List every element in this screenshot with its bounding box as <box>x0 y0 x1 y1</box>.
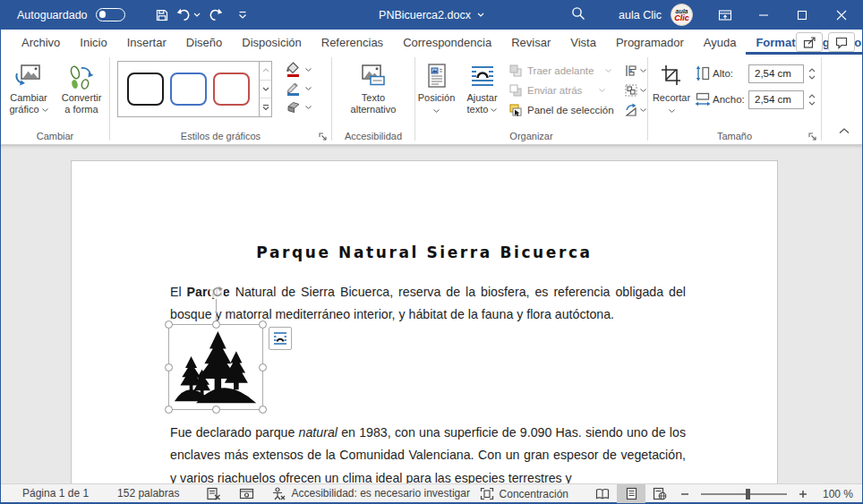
width-spinner[interactable] <box>808 94 816 106</box>
selection-handle-top-left[interactable] <box>165 320 173 329</box>
maximize-button[interactable] <box>782 0 821 30</box>
position-icon <box>425 63 449 90</box>
undo-icon <box>176 8 192 22</box>
width-input[interactable]: 2,54 cm <box>748 90 804 109</box>
comment-icon <box>834 36 849 49</box>
gallery-more-button[interactable] <box>260 98 271 116</box>
read-mode-button[interactable] <box>588 484 617 503</box>
tab-insertar[interactable]: Insertar <box>117 30 176 55</box>
chevron-up-icon <box>839 128 850 134</box>
share-button[interactable] <box>796 32 823 52</box>
chevron-down-icon <box>605 69 611 73</box>
zoom-out-button[interactable] <box>674 484 696 503</box>
selection-pane-button[interactable]: Panel de selección <box>507 100 622 119</box>
tab-ayuda[interactable]: Ayuda <box>694 30 747 55</box>
tab-revisar[interactable]: Revisar <box>501 30 560 55</box>
close-button[interactable] <box>821 0 862 30</box>
selection-handle-top-right[interactable] <box>259 320 267 329</box>
align-objects-button[interactable] <box>624 61 646 80</box>
title-bar: Autoguardado PNBicuerca2.do <box>1 0 862 30</box>
zoom-slider-track[interactable] <box>701 493 787 495</box>
selection-handle-bottom-middle[interactable] <box>212 406 220 414</box>
page-number-indicator[interactable]: Página 1 de 1 <box>22 487 89 500</box>
tab-referencias[interactable]: Referencias <box>312 30 393 55</box>
height-input[interactable]: 2,54 cm <box>748 64 804 83</box>
selection-handle-bottom-right[interactable] <box>259 406 267 414</box>
group-label-organizar: Organizar <box>415 131 647 141</box>
status-bar: Página 1 de 1 152 palabras Accesibilidad… <box>1 483 862 504</box>
account-name[interactable]: aula Clic <box>619 9 662 21</box>
gallery-scroll-up-button[interactable] <box>260 62 271 81</box>
paragraph-1[interactable]: El Parque Natural de Sierra Bicuerca, re… <box>170 281 686 327</box>
paragraph-2[interactable]: Fue declarado parque natural en 1983, co… <box>170 422 686 483</box>
tab-correspondencia[interactable]: Correspondencia <box>393 30 501 55</box>
group-objects-button[interactable] <box>624 81 646 99</box>
undo-button[interactable] <box>175 4 202 27</box>
style-thumbnail-red[interactable] <box>213 73 250 106</box>
search-button[interactable] <box>570 5 592 25</box>
rotate-objects-button[interactable] <box>624 100 646 119</box>
accessibility-checker-button[interactable]: Accesibilidad: es necesario investigar <box>270 486 469 500</box>
document-page[interactable]: Parque Natural Sierra Bicuerca El Parque… <box>71 160 778 483</box>
comments-button[interactable] <box>828 32 855 52</box>
document-canvas[interactable]: Parque Natural Sierra Bicuerca El Parque… <box>1 145 862 483</box>
style-thumbnail-blue[interactable] <box>170 73 207 106</box>
tab-disposicion[interactable]: Disposición <box>232 30 311 55</box>
selection-handle-middle-left[interactable] <box>165 363 173 372</box>
close-icon <box>836 10 847 21</box>
word-count-indicator[interactable]: 152 palabras <box>117 487 179 500</box>
macro-recording-button[interactable] <box>239 487 254 500</box>
zoom-in-button[interactable] <box>792 484 814 503</box>
shape-effects-button[interactable] <box>283 98 313 115</box>
trees-clipart-image <box>174 331 259 405</box>
zoom-slider-handle[interactable] <box>746 489 750 500</box>
group-label-tamano: Tamaño <box>648 131 821 141</box>
selection-handle-bottom-left[interactable] <box>165 406 173 414</box>
autosave-label: Autoguardado <box>17 9 88 21</box>
search-icon <box>570 5 586 21</box>
minus-icon <box>680 490 689 499</box>
minimize-button[interactable] <box>744 0 782 30</box>
zoom-slider[interactable] <box>701 484 787 503</box>
spinner-up-icon <box>808 68 816 73</box>
height-spinner[interactable] <box>808 68 816 80</box>
rotation-handle[interactable] <box>209 285 224 299</box>
group-label-estilos: Estilos de gráficos <box>110 131 331 141</box>
undo-dropdown-chevron-icon <box>193 13 201 17</box>
chevron-down-icon <box>305 87 312 90</box>
style-thumbnail-black[interactable] <box>127 73 164 106</box>
document-title-menu[interactable]: PNBicuerca2.docx <box>379 9 484 21</box>
web-layout-button[interactable] <box>645 484 674 503</box>
selected-image[interactable] <box>168 324 263 410</box>
zoom-percentage[interactable]: 100 % <box>814 488 853 500</box>
shape-outline-button[interactable] <box>283 80 313 97</box>
tab-archivo[interactable]: Archivo <box>12 30 70 55</box>
proofing-errors-button[interactable] <box>206 487 221 500</box>
read-mode-icon <box>595 488 610 500</box>
focus-mode-button[interactable]: Concentración <box>480 487 568 500</box>
collapse-ribbon-button[interactable] <box>839 122 850 138</box>
selection-handle-middle-right[interactable] <box>259 363 267 372</box>
account-avatar[interactable]: aula Clic <box>671 4 693 26</box>
tab-diseno[interactable]: Diseño <box>176 30 232 55</box>
plus-icon <box>799 490 807 499</box>
gallery-scroll-down-button[interactable] <box>260 81 271 99</box>
document-heading[interactable]: Parque Natural Sierra Bicuerca <box>72 243 777 261</box>
tab-vista[interactable]: Vista <box>560 30 606 55</box>
layout-options-button[interactable] <box>269 327 292 350</box>
save-button[interactable] <box>149 4 175 27</box>
title-dropdown-chevron-icon <box>477 13 484 17</box>
gallery-more-icon <box>262 104 269 111</box>
ribbon-display-options-button[interactable] <box>705 0 744 30</box>
macro-recording-icon <box>239 487 254 500</box>
tab-inicio[interactable]: Inicio <box>70 30 116 55</box>
tab-programador[interactable]: Programador <box>606 30 694 55</box>
customize-toolbar-button[interactable] <box>229 4 256 27</box>
print-layout-button[interactable] <box>617 484 645 503</box>
selection-handle-top-middle[interactable] <box>212 320 220 329</box>
chevron-down-icon <box>640 89 646 92</box>
shape-fill-button[interactable] <box>283 61 313 78</box>
proofing-errors-icon <box>206 487 221 500</box>
autosave-toggle[interactable] <box>96 8 125 21</box>
redo-button[interactable] <box>202 4 229 27</box>
